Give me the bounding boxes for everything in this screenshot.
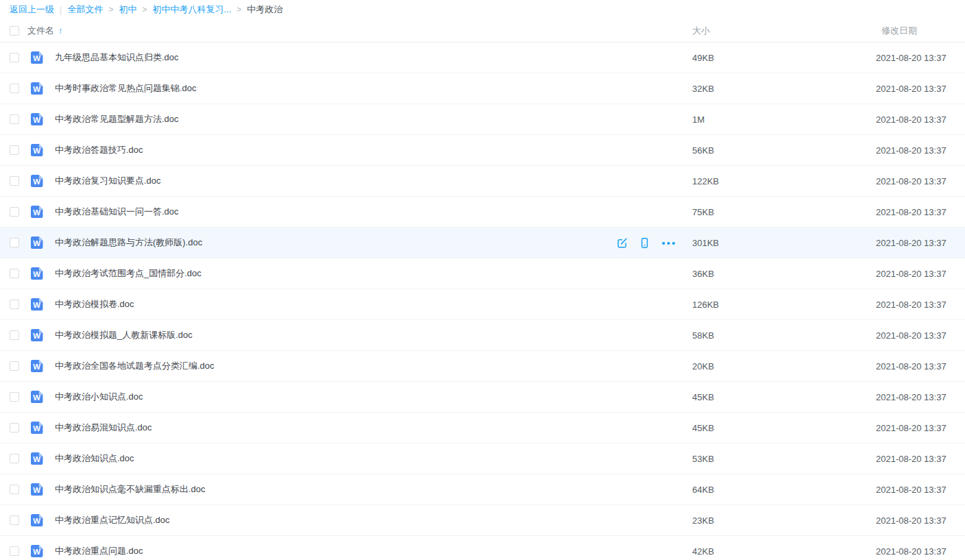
file-date: 2021-08-20 13:37 <box>876 485 944 495</box>
file-size: 56KB <box>692 145 876 156</box>
row-checkbox[interactable] <box>10 53 19 62</box>
more-actions-icon[interactable] <box>661 237 673 249</box>
row-checkbox[interactable] <box>10 114 19 124</box>
file-row[interactable]: W 中考政治重点问题.doc 42KB 2021-08-20 13:37 <box>0 536 965 560</box>
svg-text:W: W <box>33 239 40 247</box>
file-name[interactable]: 中考政治易混知识点.doc <box>55 422 152 434</box>
breadcrumb: 返回上一级 | 全部文件>初中>初中中考八科复习...>中考政治 <box>0 0 965 19</box>
svg-text:W: W <box>33 178 40 186</box>
column-header-size[interactable]: 大小 <box>692 25 876 37</box>
file-date: 2021-08-20 13:37 <box>876 392 944 402</box>
breadcrumb-item[interactable]: 初中中考八科复习... <box>152 3 231 16</box>
file-name[interactable]: 中考政治模拟卷.doc <box>55 298 134 311</box>
row-checkbox[interactable] <box>10 84 19 93</box>
sort-ascending-icon[interactable]: ↑ <box>58 25 63 36</box>
breadcrumb-pipe-separator: | <box>60 5 62 15</box>
row-checkbox[interactable] <box>10 145 19 155</box>
breadcrumb-item[interactable]: 全部文件 <box>67 3 103 16</box>
file-name[interactable]: 中考政治复习知识要点.doc <box>55 175 161 187</box>
file-date: 2021-08-20 13:37 <box>876 454 944 464</box>
mobile-icon[interactable] <box>639 237 650 249</box>
file-size: 75KB <box>692 207 876 217</box>
breadcrumb-separator: > <box>142 5 147 14</box>
edit-icon[interactable] <box>616 237 628 249</box>
row-checkbox[interactable] <box>10 423 19 433</box>
file-row[interactable]: W 九年级思品基本知识点归类.doc 49KB 2021-08-20 13:37 <box>0 42 965 73</box>
file-name[interactable]: 中考政治知识点毫不缺漏重点标出.doc <box>55 483 206 496</box>
file-row[interactable]: W 中考政治模拟题_人教新课标版.doc 58KB 2021-08-20 13:… <box>0 320 965 351</box>
file-date: 2021-08-20 13:37 <box>876 176 944 186</box>
file-name[interactable]: 中考政治考试范围考点_国情部分.doc <box>55 267 201 280</box>
file-name[interactable]: 中考政治基础知识一问一答.doc <box>55 206 179 218</box>
word-doc-icon: W <box>29 328 45 343</box>
file-name[interactable]: 中考政治知识点.doc <box>55 452 134 465</box>
breadcrumb-item[interactable]: 初中 <box>119 3 136 16</box>
row-checkbox[interactable] <box>10 269 19 278</box>
file-row[interactable]: W 中考政治复习知识要点.doc 122KB 2021-08-20 13:37 <box>0 166 965 197</box>
row-checkbox[interactable] <box>10 238 19 247</box>
word-doc-icon: W <box>29 451 45 466</box>
file-manager-page: 返回上一级 | 全部文件>初中>初中中考八科复习...>中考政治 文件名 ↑ 大… <box>0 0 965 560</box>
file-row[interactable]: W 中考时事政治常见热点问题集锦.doc 32KB 2021-08-20 13:… <box>0 73 965 104</box>
row-checkbox[interactable] <box>10 546 19 556</box>
file-row[interactable]: W 中考政治重点记忆知识点.doc 23KB 2021-08-20 13:37 <box>0 505 965 536</box>
row-checkbox[interactable] <box>10 515 19 525</box>
column-header-filename[interactable]: 文件名 <box>27 25 54 37</box>
file-name[interactable]: 九年级思品基本知识点归类.doc <box>55 51 179 64</box>
file-name[interactable]: 中考政治模拟题_人教新课标版.doc <box>55 329 193 341</box>
file-row[interactable]: W 中考政治知识点.doc 53KB 2021-08-20 13:37 <box>0 443 965 474</box>
file-name[interactable]: 中考政治常见题型解题方法.doc <box>55 113 179 125</box>
row-checkbox[interactable] <box>10 485 19 494</box>
row-checkbox[interactable] <box>10 207 19 217</box>
word-doc-icon: W <box>29 297 45 312</box>
row-checkbox[interactable] <box>10 454 19 463</box>
row-checkbox[interactable] <box>10 361 19 371</box>
file-size: 20KB <box>692 361 876 372</box>
file-name[interactable]: 中考政治重点问题.doc <box>55 545 143 557</box>
breadcrumb-back-link[interactable]: 返回上一级 <box>10 3 54 16</box>
file-row[interactable]: W 中考政治知识点毫不缺漏重点标出.doc 64KB 2021-08-20 13… <box>0 474 965 505</box>
file-row[interactable]: W 中考政治考试范围考点_国情部分.doc 36KB 2021-08-20 13… <box>0 258 965 289</box>
breadcrumb-separator: > <box>108 5 113 14</box>
svg-text:W: W <box>33 517 40 525</box>
file-row[interactable]: W 中考政治基础知识一问一答.doc 75KB 2021-08-20 13:37 <box>0 197 965 228</box>
word-doc-icon: W <box>29 173 45 188</box>
svg-text:W: W <box>33 393 40 402</box>
svg-text:W: W <box>33 301 40 309</box>
row-checkbox[interactable] <box>10 330 19 340</box>
row-checkbox[interactable] <box>10 392 19 402</box>
file-name[interactable]: 中考政治小知识点.doc <box>55 391 143 403</box>
file-name[interactable]: 中考时事政治常见热点问题集锦.doc <box>55 82 197 95</box>
word-doc-icon: W <box>29 235 45 250</box>
file-size: 36KB <box>692 269 876 279</box>
svg-text:W: W <box>33 208 40 217</box>
file-name[interactable]: 中考政治重点记忆知识点.doc <box>55 514 170 526</box>
select-all-checkbox[interactable] <box>10 26 19 36</box>
word-doc-icon: W <box>29 81 45 96</box>
word-doc-icon: W <box>29 513 45 528</box>
file-row[interactable]: W 中考政治易混知识点.doc 45KB 2021-08-20 13:37 <box>0 413 965 443</box>
file-date: 2021-08-20 13:37 <box>876 423 944 433</box>
file-row[interactable]: W 中考政治答题技巧.doc 56KB 2021-08-20 13:37 <box>0 135 965 166</box>
file-size: 64KB <box>692 485 876 495</box>
file-row[interactable]: W 中考政治解题思路与方法(教师版).doc <box>0 228 965 258</box>
file-row[interactable]: W 中考政治小知识点.doc 45KB 2021-08-20 13:37 <box>0 382 965 413</box>
file-date: 2021-08-20 13:37 <box>876 546 944 557</box>
file-row[interactable]: W 中考政治模拟卷.doc 126KB 2021-08-20 13:37 <box>0 289 965 320</box>
file-size: 1M <box>692 114 876 125</box>
file-row[interactable]: W 中考政治全国各地试题考点分类汇编.doc 20KB 2021-08-20 1… <box>0 351 965 382</box>
column-header-date[interactable]: 修改日期 <box>876 25 944 37</box>
file-size: 32KB <box>692 84 876 94</box>
file-size: 126KB <box>692 300 876 310</box>
file-name[interactable]: 中考政治全国各地试题考点分类汇编.doc <box>55 360 215 372</box>
svg-text:W: W <box>33 548 40 556</box>
breadcrumb-current: 中考政治 <box>247 3 282 16</box>
file-name[interactable]: 中考政治解题思路与方法(教师版).doc <box>55 236 202 249</box>
row-checkbox[interactable] <box>10 300 19 309</box>
row-checkbox[interactable] <box>10 176 19 186</box>
file-date: 2021-08-20 13:37 <box>876 84 944 94</box>
file-date: 2021-08-20 13:37 <box>876 300 944 310</box>
svg-text:W: W <box>33 54 40 62</box>
file-name[interactable]: 中考政治答题技巧.doc <box>55 144 143 156</box>
file-row[interactable]: W 中考政治常见题型解题方法.doc 1M 2021-08-20 13:37 <box>0 104 965 135</box>
